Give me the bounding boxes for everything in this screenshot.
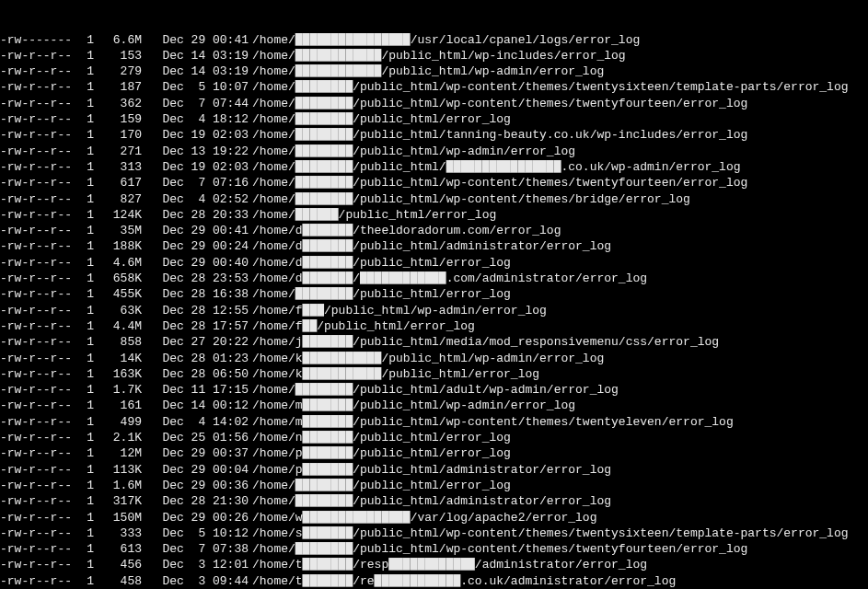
file-row: -rw-r--r--1455KDec 28 16:38/home/███████… (0, 286, 866, 302)
file-perm: -rw-r--r-- (0, 382, 74, 398)
file-size: 6.6M (98, 32, 142, 48)
file-perm: -rw-r--r-- (0, 414, 74, 430)
file-size: 456 (98, 557, 142, 572)
file-date: Dec 29 00:41 (142, 223, 249, 238)
file-date: Dec 29 00:36 (142, 478, 249, 493)
file-size: 271 (98, 144, 142, 159)
file-size: 827 (98, 191, 142, 207)
file-perm: -rw-r--r-- (0, 271, 74, 286)
file-date: Dec 29 00:26 (142, 510, 249, 525)
file-links: 1 (74, 382, 98, 398)
file-links: 1 (74, 238, 98, 254)
file-date: Dec 7 07:16 (142, 175, 249, 191)
file-date: Dec 11 17:15 (142, 382, 249, 398)
file-size: 2.1K (98, 430, 142, 445)
file-size: 12M (98, 445, 142, 461)
file-size: 150M (98, 510, 142, 525)
file-date: Dec 13 19:22 (142, 144, 249, 159)
file-size: 124K (98, 207, 142, 223)
file-path: /home/████████/public_html/error_log (249, 286, 511, 302)
file-size: 63K (98, 303, 142, 318)
file-date: Dec 7 07:44 (142, 96, 249, 111)
file-row: -rw-r--r--1113KDec 29 00:04/home/p██████… (0, 462, 866, 478)
file-size: 4.6M (98, 255, 142, 271)
file-row: -rw-r--r--11.7KDec 11 17:15/home/███████… (0, 382, 866, 398)
file-links: 1 (74, 191, 98, 207)
file-perm: -rw-r--r-- (0, 223, 74, 238)
file-row: -rw-r--r--135MDec 29 00:41/home/d███████… (0, 223, 866, 238)
file-row: -rw-r--r--11.6MDec 29 00:36/home/███████… (0, 478, 866, 493)
file-perm: -rw-r--r-- (0, 48, 74, 64)
file-size: 4.4M (98, 318, 142, 334)
file-row: -rw-r--r--12.1KDec 25 01:56/home/n██████… (0, 430, 866, 445)
file-row: -rw-r--r--1456Dec 3 12:01/home/t███████/… (0, 557, 866, 572)
file-path: /home/████████/public_html/wp-content/th… (249, 96, 747, 111)
file-links: 1 (74, 573, 98, 589)
file-links: 1 (74, 303, 98, 318)
file-links: 1 (74, 525, 98, 541)
file-path: /home/j███████/public_html/media/mod_res… (249, 334, 719, 350)
file-path: /home/d███████/theeldoradorum.com/error_… (249, 223, 561, 238)
file-path: /home/████████/public_html/wp-content/th… (249, 79, 849, 95)
file-size: 333 (98, 525, 142, 541)
file-size: 161 (98, 398, 142, 413)
file-path: /home/m███████/public_html/wp-content/th… (249, 414, 734, 430)
file-links: 1 (74, 493, 98, 509)
file-size: 1.6M (98, 478, 142, 493)
file-date: Dec 29 00:41 (142, 32, 249, 48)
file-size: 163K (98, 366, 142, 382)
file-size: 35M (98, 223, 142, 238)
file-perm: -rw-r--r-- (0, 398, 74, 413)
file-links: 1 (74, 318, 98, 334)
file-date: Dec 28 21:30 (142, 493, 249, 509)
file-links: 1 (74, 175, 98, 191)
file-size: 458 (98, 573, 142, 589)
file-date: Dec 28 17:57 (142, 318, 249, 334)
file-perm: -rw-r--r-- (0, 96, 74, 111)
file-path: /home/p███████/public_html/administrator… (249, 462, 611, 478)
file-path: /home/████████/public_html/administrator… (249, 493, 611, 509)
file-path: /home/t███████/re████████████.co.uk/admi… (249, 573, 676, 589)
file-perm: -rw-r--r-- (0, 478, 74, 493)
file-path: /home/d███████/████████████.com/administ… (249, 271, 647, 286)
file-links: 1 (74, 223, 98, 238)
file-links: 1 (74, 414, 98, 430)
file-path: /home/t███████/resp████████████/administ… (249, 557, 647, 572)
file-date: Dec 5 10:12 (142, 525, 249, 541)
file-perm: -rw-r--r-- (0, 557, 74, 572)
file-path: /home/s███████/public_html/wp-content/th… (249, 525, 849, 541)
file-links: 1 (74, 366, 98, 382)
file-perm: -rw-r--r-- (0, 366, 74, 382)
file-size: 14K (98, 351, 142, 366)
file-row: -rw-r--r--1858Dec 27 20:22/home/j███████… (0, 334, 866, 350)
file-links: 1 (74, 207, 98, 223)
file-links: 1 (74, 351, 98, 366)
file-size: 499 (98, 414, 142, 430)
file-links: 1 (74, 79, 98, 95)
file-date: Dec 29 00:04 (142, 462, 249, 478)
file-path: /home/f███/public_html/wp-admin/error_lo… (249, 303, 547, 318)
file-links: 1 (74, 144, 98, 159)
file-date: Dec 28 20:33 (142, 207, 249, 223)
file-perm: -rw-r--r-- (0, 493, 74, 509)
file-row: -rw-r--r--1188KDec 29 00:24/home/d██████… (0, 238, 866, 254)
file-path: /home/████████/public_html/wp-admin/erro… (249, 144, 575, 159)
file-path: /home/████████████/public_html/wp-includ… (249, 48, 626, 64)
file-perm: -rw-r--r-- (0, 510, 74, 525)
file-perm: -rw-r--r-- (0, 64, 74, 79)
file-links: 1 (74, 462, 98, 478)
file-row: -rw-r--r--114KDec 28 01:23/home/k███████… (0, 351, 866, 366)
file-row: -rw-r--r--1613Dec 7 07:38/home/████████/… (0, 541, 866, 557)
file-links: 1 (74, 557, 98, 572)
file-perm: -rw-r--r-- (0, 541, 74, 557)
file-perm: -rw-r--r-- (0, 79, 74, 95)
file-row: -rw-r--r--163KDec 28 12:55/home/f███/pub… (0, 303, 866, 318)
file-size: 159 (98, 111, 142, 127)
file-size: 613 (98, 541, 142, 557)
file-date: Dec 3 12:01 (142, 557, 249, 572)
file-size: 1.7K (98, 382, 142, 398)
file-size: 113K (98, 462, 142, 478)
file-date: Dec 3 09:44 (142, 573, 249, 589)
file-perm: -rw-r--r-- (0, 318, 74, 334)
file-size: 617 (98, 175, 142, 191)
